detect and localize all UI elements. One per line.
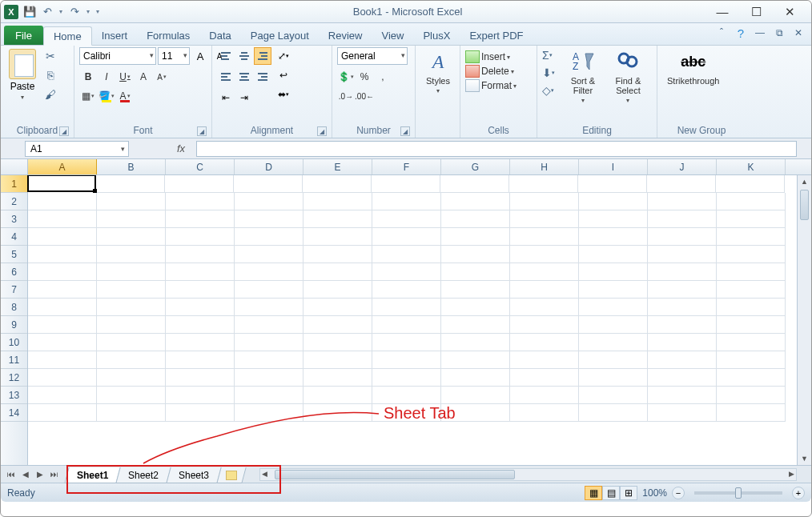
cell[interactable] (510, 228, 579, 246)
vertical-scrollbar[interactable]: ▲ ▼ (797, 175, 811, 465)
tab-insert[interactable]: Insert (92, 26, 138, 45)
row-header[interactable]: 13 (1, 387, 27, 404)
col-header[interactable]: D (235, 159, 303, 174)
cell[interactable] (441, 246, 510, 263)
cell[interactable] (648, 387, 717, 404)
align-middle-icon[interactable] (235, 47, 253, 65)
cell[interactable] (303, 387, 372, 404)
sheet-tab-3[interactable]: Sheet3 (167, 467, 222, 483)
wb-restore-icon[interactable]: ⧉ (773, 26, 786, 39)
cell[interactable] (509, 175, 578, 193)
zoom-handle[interactable] (735, 487, 742, 499)
copy-icon[interactable]: ⎘ (42, 68, 58, 82)
cell[interactable] (510, 193, 579, 210)
col-header[interactable]: B (97, 159, 166, 174)
cell[interactable] (510, 246, 579, 263)
cell[interactable] (717, 387, 786, 404)
minimize-ribbon-icon[interactable]: ˆ (715, 26, 728, 39)
save-icon[interactable]: 💾 (23, 6, 36, 18)
zoom-level[interactable]: 100% (642, 487, 667, 499)
maximize-button[interactable]: ☐ (749, 5, 763, 19)
cell[interactable] (372, 210, 441, 228)
cell[interactable] (510, 334, 579, 351)
cell[interactable] (97, 299, 166, 316)
cell[interactable] (441, 263, 510, 281)
comma-format-button[interactable]: , (374, 68, 392, 86)
cell[interactable] (717, 193, 786, 210)
cell[interactable] (28, 210, 97, 228)
find-select-button[interactable]: Find & Select▾ (605, 47, 652, 106)
vscroll-thumb[interactable] (800, 190, 809, 220)
font-color-button[interactable]: A▾ (116, 87, 134, 105)
cell[interactable] (28, 334, 97, 351)
cell[interactable] (28, 404, 97, 422)
redo-drop-icon[interactable]: ▾ (86, 10, 90, 14)
cell[interactable] (579, 299, 648, 316)
cell[interactable] (648, 246, 717, 263)
cell[interactable] (441, 316, 510, 334)
cell[interactable] (235, 263, 303, 281)
cell[interactable] (648, 299, 717, 316)
cell[interactable] (510, 404, 579, 422)
sheet-nav-next-icon[interactable]: ▶ (33, 467, 47, 482)
cell[interactable] (166, 316, 235, 334)
fill-color-button[interactable]: 🪣▾ (98, 87, 115, 105)
strikethrough-button[interactable]: abc Strikethrough (662, 47, 724, 87)
autosum-icon[interactable]: Σ ▾ (542, 49, 558, 62)
italic-button[interactable]: I (98, 68, 115, 86)
cell[interactable] (303, 299, 372, 316)
cell[interactable] (28, 387, 97, 404)
zoom-out-button[interactable]: − (672, 487, 685, 499)
sheet-tab-2[interactable]: Sheet2 (116, 467, 171, 483)
cell[interactable] (166, 351, 235, 369)
align-top-icon[interactable] (217, 47, 235, 65)
cell[interactable] (372, 281, 441, 299)
cell[interactable] (648, 281, 717, 299)
cell[interactable] (97, 387, 166, 404)
clipboard-dialog-icon[interactable]: ◢ (59, 126, 69, 136)
cell[interactable] (510, 263, 579, 281)
cell[interactable] (97, 246, 166, 263)
tab-home[interactable]: Home (43, 26, 92, 46)
number-dialog-icon[interactable]: ◢ (400, 126, 410, 136)
row-header[interactable]: 9 (1, 316, 27, 334)
cell[interactable] (235, 193, 303, 210)
grow-font-icon[interactable]: A (191, 47, 209, 65)
view-normal-icon[interactable]: ▦ (585, 486, 602, 500)
increase-decimal-icon[interactable]: .0→ (337, 87, 355, 105)
col-header[interactable]: I (579, 159, 648, 174)
wb-minimize-icon[interactable]: — (754, 26, 766, 39)
alignment-dialog-icon[interactable]: ◢ (317, 126, 327, 136)
select-all-corner[interactable] (1, 159, 28, 174)
cell[interactable] (648, 193, 717, 210)
col-header[interactable]: G (441, 159, 510, 174)
cell[interactable] (648, 263, 717, 281)
cell[interactable] (578, 175, 647, 193)
row-header[interactable]: 5 (1, 246, 27, 263)
cell[interactable] (97, 281, 166, 299)
cell[interactable] (579, 334, 648, 351)
formula-input[interactable] (196, 141, 797, 157)
cell[interactable] (97, 351, 166, 369)
cell[interactable] (28, 299, 97, 316)
row-header[interactable]: 10 (1, 334, 27, 351)
tab-expert-pdf[interactable]: Expert PDF (460, 26, 533, 45)
cell[interactable] (303, 369, 372, 387)
cell[interactable] (717, 281, 786, 299)
cell[interactable] (647, 175, 716, 193)
row-header[interactable]: 12 (1, 369, 27, 387)
cell[interactable] (441, 281, 510, 299)
cell[interactable] (579, 387, 648, 404)
font-name-select[interactable]: Calibri▾ (79, 47, 156, 65)
row-header[interactable]: 6 (1, 263, 27, 281)
help-icon[interactable]: ? (734, 26, 747, 39)
cell[interactable] (97, 193, 166, 210)
cell[interactable] (579, 228, 648, 246)
cell[interactable] (441, 369, 510, 387)
cell[interactable] (97, 316, 166, 334)
cell[interactable] (717, 369, 786, 387)
cell[interactable] (166, 263, 235, 281)
horizontal-scrollbar[interactable]: ◀ ▶ (259, 468, 797, 481)
cell[interactable] (235, 316, 303, 334)
cell[interactable] (372, 316, 441, 334)
